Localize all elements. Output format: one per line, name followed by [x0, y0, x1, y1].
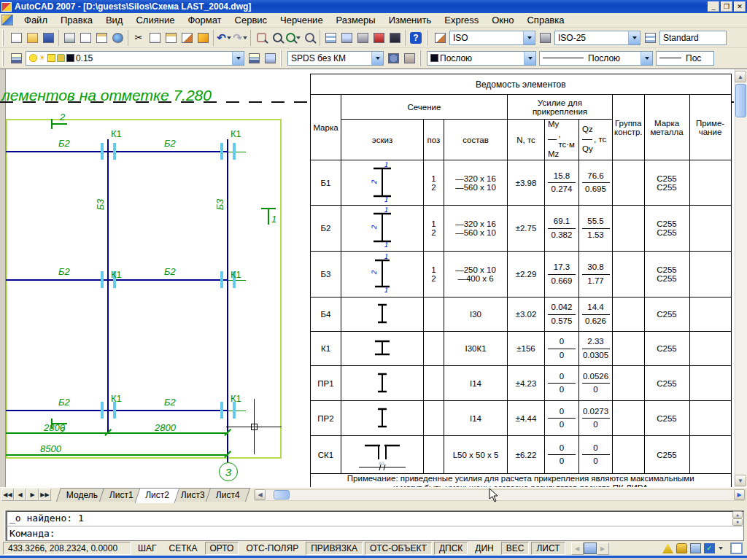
cut-button[interactable]: ✂ [131, 30, 147, 46]
scroll-up-button[interactable]: ▲ [735, 71, 746, 82]
status-dyn-button[interactable]: ДИН [470, 542, 498, 555]
layer-lock-icon[interactable] [57, 54, 65, 62]
plot-notify-icon[interactable] [690, 543, 701, 553]
restore-button[interactable]: ❐ [721, 1, 732, 12]
text-style-button[interactable] [432, 30, 448, 46]
toolbar-handle[interactable] [419, 50, 423, 66]
tab-last-button[interactable]: ▶▶ [39, 489, 51, 501]
open-file-button[interactable] [24, 30, 40, 46]
zoom-window-button[interactable] [285, 30, 301, 46]
tab-layout2[interactable]: Лист2 [134, 488, 179, 503]
undo-dropdown-icon[interactable] [227, 36, 231, 39]
command-window-handle[interactable] [0, 510, 6, 541]
menu-view[interactable]: Вид [99, 13, 130, 27]
table-style-button[interactable] [642, 30, 658, 46]
designcenter-button[interactable] [338, 30, 355, 46]
menu-express[interactable]: Express [438, 13, 485, 27]
layer-thaw-icon[interactable]: ☀ [39, 54, 46, 62]
coordinates-readout[interactable]: 433.3266, 208.2324, 0.0000 [3, 542, 131, 555]
match-properties-button[interactable] [179, 30, 195, 46]
horizontal-scrollbar[interactable]: ◀ ▶ [254, 489, 746, 501]
zoom-realtime-button[interactable] [269, 30, 285, 46]
status-polar-button[interactable]: ОТС-ПОЛЯР [241, 542, 303, 555]
plot-button[interactable] [61, 30, 77, 46]
new-file-button[interactable] [8, 30, 24, 46]
toolbar-handle[interactable] [2, 50, 6, 66]
scroll-right-button[interactable]: ▶ [734, 489, 745, 500]
layer-previous-button[interactable] [262, 50, 278, 66]
layer-color-swatch[interactable] [66, 54, 74, 62]
menu-modify[interactable]: Изменить [382, 13, 438, 27]
menu-draw[interactable]: Черчение [274, 13, 330, 27]
pan-button[interactable] [253, 30, 269, 46]
command-window[interactable]: _о найдено: 1 ▲ ▼ Команда: [6, 510, 744, 541]
close-button[interactable]: ✕ [734, 1, 746, 12]
workspace-settings-button[interactable] [385, 50, 401, 66]
copy-button[interactable] [147, 30, 163, 46]
communication-center-icon[interactable] [662, 543, 673, 553]
tab-layout4[interactable]: Лист4 [206, 488, 250, 502]
zoom-previous-button[interactable] [301, 30, 317, 46]
menu-merge[interactable]: Слияние [129, 13, 181, 27]
quick-modify-button[interactable] [195, 30, 211, 46]
vertical-scroll-thumb[interactable] [735, 84, 746, 117]
calculator-button[interactable] [387, 30, 403, 46]
scroll-left-button[interactable]: ◀ [255, 489, 266, 500]
menu-edit[interactable]: Правка [54, 13, 99, 27]
color-combobox[interactable]: Послою [427, 51, 536, 66]
properties-palette-button[interactable] [322, 30, 338, 46]
combo-arrow-icon[interactable] [628, 31, 640, 44]
undo-button[interactable]: ↶ [216, 30, 232, 46]
combo-arrow-icon[interactable] [640, 52, 652, 65]
status-ducs-button[interactable]: ДПСК [434, 542, 468, 555]
web-button[interactable] [109, 30, 125, 46]
validation-icon[interactable]: ✓ [704, 543, 715, 553]
viewport-prev-button[interactable]: ◀ [571, 542, 584, 555]
tray-dropdown-icon[interactable] [719, 547, 723, 550]
table-style-combobox[interactable]: Standard [659, 31, 727, 45]
menu-format[interactable]: Формат [181, 13, 228, 27]
toolbar-handle[interactable] [280, 50, 284, 66]
tab-next-button[interactable]: ▶ [26, 489, 39, 501]
publish-button[interactable] [93, 30, 109, 46]
drawing-canvas[interactable]: лементов на отметке 7.280 Б2 Б2 Б2 Б2 Б2… [0, 69, 747, 487]
status-ortho-button[interactable]: ОРТО [205, 542, 239, 555]
minimize-button[interactable]: _ [708, 1, 719, 12]
menu-dimensions[interactable]: Размеры [330, 13, 382, 27]
maximize-viewport-icon[interactable] [584, 542, 597, 554]
vertical-scrollbar[interactable] [735, 69, 747, 488]
layer-properties-button[interactable] [8, 50, 24, 66]
tab-first-button[interactable]: ◀◀ [1, 489, 14, 501]
combo-arrow-icon[interactable] [524, 52, 535, 65]
workspace-combobox[interactable]: SPDS без КМ [287, 51, 384, 66]
help-button[interactable]: ? [408, 30, 424, 46]
menu-help[interactable]: Справка [520, 13, 570, 27]
redo-button[interactable]: ↷ [232, 30, 248, 46]
status-otrack-button[interactable]: ОТС-ОБЪЕКТ [365, 542, 432, 555]
redo-dropdown-icon[interactable] [243, 36, 247, 39]
menu-window[interactable]: Окно [485, 13, 520, 27]
toolbar-lock-icon[interactable] [676, 543, 687, 553]
combo-arrow-icon[interactable] [523, 31, 535, 44]
text-style-combobox[interactable]: ISO [449, 31, 535, 45]
layer-combobox[interactable]: ☀ 0.15 [26, 51, 244, 66]
command-scrollbar[interactable]: ▲ ▼ [732, 511, 743, 526]
menu-tools[interactable]: Сервис [228, 13, 274, 27]
plot-preview-button[interactable] [77, 30, 93, 46]
lineweight-combobox[interactable]: Пос [656, 51, 714, 66]
horizontal-scroll-thumb[interactable] [274, 490, 290, 499]
scroll-down-button[interactable]: ▼ [735, 475, 746, 486]
dim-style-combobox[interactable]: ISO-25 [554, 31, 640, 45]
command-prompt[interactable]: Команда: [7, 526, 743, 541]
dim-style-button[interactable] [537, 30, 553, 46]
viewport-next-button[interactable]: ▶ [597, 542, 609, 555]
markup-button[interactable] [371, 30, 387, 46]
clean-screen-button[interactable] [730, 542, 743, 554]
paste-button[interactable] [163, 30, 179, 46]
linetype-combobox[interactable]: Послою [539, 51, 653, 66]
zoom-dropdown-icon[interactable] [296, 36, 301, 39]
toolbar-handle[interactable] [426, 30, 430, 46]
toolbar-handle[interactable] [2, 30, 6, 46]
status-snap-button[interactable]: ШАГ [133, 542, 162, 555]
status-paper-button[interactable]: ЛИСТ [531, 542, 565, 555]
